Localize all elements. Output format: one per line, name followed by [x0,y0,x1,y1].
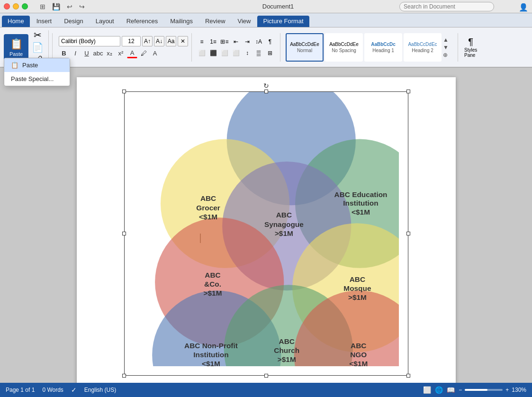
style-normal-label: Normal [297,48,312,53]
subscript-button[interactable]: x₂ [104,48,115,58]
styles-scroll-arrows: ▲ ▼ ⊕ [443,36,452,58]
user-icon[interactable]: 👤 [519,3,528,12]
bold-button[interactable]: B [59,48,69,58]
style-no-spacing[interactable]: AaBbCcDdEe No Spacing [325,33,363,62]
tab-design[interactable]: Design [58,16,89,27]
paste-dropdown-menu: 📋 Paste Paste Special... [4,58,70,86]
search-bar [399,2,494,11]
font-color-button[interactable]: A [150,48,160,58]
word-count: 0 Words [42,387,63,393]
resize-handle-top-left[interactable] [122,90,126,93]
tab-view[interactable]: View [232,16,257,27]
style-heading2-preview: AaBbCcDdEc [408,42,437,47]
resize-handle-top-center[interactable] [264,90,268,93]
resize-handle-top-right[interactable] [406,90,410,93]
line-spacing-button[interactable]: ↕ [242,48,252,58]
search-input[interactable] [399,2,494,11]
style-normal[interactable]: AaBbCcDdEe Normal [286,33,324,62]
cut-icon: ✂ [34,30,42,40]
traffic-lights [4,3,28,9]
minimize-button[interactable] [13,3,19,9]
font-name-input[interactable] [59,36,120,46]
sidebar-icon[interactable]: ⊞ [38,2,47,11]
resize-handle-bottom-left[interactable] [122,374,126,378]
resize-handle-middle-left[interactable] [122,232,126,235]
undo-icon[interactable]: ↩ [65,2,74,11]
clipboard-group: 📋 Paste 📋 Paste Paste Special... ✂ 📄 🖌 [4,30,49,64]
zoom-slider[interactable] [465,389,503,391]
styles-scroll-up[interactable]: ▲ [443,36,452,43]
paste-button[interactable]: 📋 Paste [4,34,28,61]
strikethrough-button[interactable]: abc [93,48,103,58]
zoom-in-button[interactable]: + [505,387,509,393]
save-icon[interactable]: 💾 [50,2,62,11]
redo-icon[interactable]: ↪ [77,2,87,11]
paste-menu-label: Paste [22,62,38,69]
cut-button[interactable]: ✂ [30,29,45,41]
style-heading2[interactable]: AaBbCcDdEc Heading 2 [404,33,442,62]
justify-button[interactable]: ⬜ [231,48,241,58]
zoom-out-button[interactable]: − [459,387,462,393]
tab-home[interactable]: Home [2,16,30,27]
align-left-button[interactable]: ⬜ [197,48,207,58]
show-formatting-button[interactable]: ¶ [265,36,275,47]
tab-layout[interactable]: Layout [90,16,120,27]
rotate-handle[interactable]: ↻ [263,82,269,90]
superscript-button[interactable]: x² [116,48,126,58]
style-heading1-preview: AaBbCcDc [371,42,396,47]
title-bar-icons: ⊞ 💾 ↩ ↪ [38,2,87,11]
document-area: ↻ [0,68,532,383]
view-web-icon[interactable]: 🌐 [435,386,443,394]
tab-review[interactable]: Review [199,16,231,27]
text-color-button[interactable]: A [127,48,137,58]
multilevel-list-button[interactable]: ⊞≡ [219,36,230,47]
language: English (US) [84,387,116,393]
sort-button[interactable]: ↕A [253,36,264,47]
styles-scroll-down[interactable]: ▼ [443,44,452,51]
italic-button[interactable]: I [70,48,81,58]
increase-indent-button[interactable]: ⇥ [242,36,252,47]
maximize-button[interactable] [22,3,28,9]
view-read-icon[interactable]: 📖 [447,386,455,394]
font-increase-button[interactable]: A↑ [142,36,153,46]
resize-handle-middle-right[interactable] [406,232,410,235]
paste-label: Paste [9,51,23,57]
bullets-button[interactable]: ≡ [197,36,207,47]
copy-icon: 📄 [32,43,44,52]
align-right-button[interactable]: ⬜ [219,48,230,58]
proofing-icon[interactable]: ✓ [71,386,77,394]
resize-handle-bottom-center[interactable] [264,374,268,378]
tab-mailings[interactable]: Mailings [164,16,198,27]
paragraph-group: ≡ 1≡ ⊞≡ ⇤ ⇥ ↕A ¶ ⬜ ⬛ ⬜ ⬜ ↕ ▒ ⊞ [195,36,277,58]
styles-pane-button[interactable]: ¶ StylesPane [461,35,480,60]
title-bar: ⊞ 💾 ↩ ↪ Document1 👤 [0,0,532,13]
numbering-button[interactable]: 1≡ [208,36,218,47]
view-print-icon[interactable]: ⬜ [423,386,431,394]
tab-picture-format[interactable]: Picture Format [257,16,309,27]
document-page: ↻ [77,77,456,383]
venn-diagram-container[interactable]: ↻ [124,91,408,376]
paste-special-menu-item[interactable]: Paste Special... [4,72,70,86]
align-center-button[interactable]: ⬛ [208,48,218,58]
highlight-button[interactable]: 🖊 [138,48,149,58]
separator-3 [280,33,280,62]
clear-formatting-button[interactable]: ✕ [178,36,188,46]
underline-button[interactable]: U [81,48,92,58]
font-size-input[interactable] [122,36,141,46]
ribbon: 📋 Paste 📋 Paste Paste Special... ✂ 📄 🖌 [0,27,532,68]
font-group: A↑ A↓ Aa ✕ B I U abc x₂ x² A 🖊 A [56,36,188,58]
change-case-button[interactable]: Aa [166,36,176,46]
copy-button[interactable]: 📄 [30,42,45,53]
resize-handle-bottom-right[interactable] [406,374,410,378]
shading-button[interactable]: ▒ [253,48,264,58]
tab-references[interactable]: References [121,16,163,27]
borders-button[interactable]: ⊞ [265,48,275,58]
close-button[interactable] [4,3,10,9]
style-heading2-label: Heading 2 [412,48,433,53]
style-heading1[interactable]: AaBbCcDc Heading 1 [364,33,402,62]
styles-expand[interactable]: ⊕ [443,52,452,58]
tab-insert[interactable]: Insert [31,16,58,27]
font-decrease-button[interactable]: A↓ [154,36,164,46]
decrease-indent-button[interactable]: ⇤ [231,36,241,47]
paste-menu-item[interactable]: 📋 Paste [4,58,70,72]
